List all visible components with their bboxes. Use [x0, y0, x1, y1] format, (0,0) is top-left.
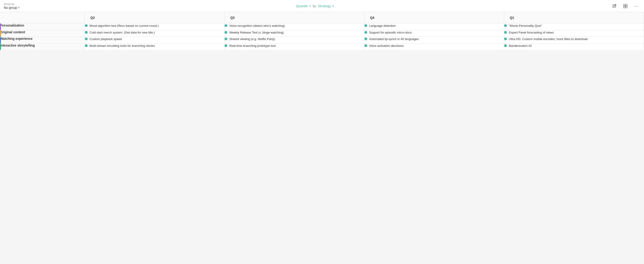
dot-icon: [85, 31, 88, 34]
cell-interactive-storytelling-Q3: Real-time branching prototype tool: [224, 43, 364, 50]
cell-original-content-Q2: Cold-start merch system. (Get data for n…: [85, 30, 224, 37]
cell-original-content-Q1: Expert Panel forecasting of views: [504, 30, 644, 37]
group-by-section: Group by No group ▾: [4, 2, 20, 9]
dot-icon: [364, 31, 367, 34]
item-entry: Language detection: [364, 23, 504, 28]
item-entry: Support for episodic micro-docs: [364, 30, 504, 35]
strategy-selector[interactable]: Strategy ▾: [318, 4, 334, 8]
grid-view-icon[interactable]: [622, 2, 629, 10]
row-header-original-content: Original content: [0, 30, 85, 37]
item-entry: Mood algorithm test (Recs based on curre…: [85, 23, 224, 28]
svg-rect-0: [612, 5, 616, 5]
item-entry: Automated lip-synch in 40 languages: [364, 37, 504, 41]
item-entry: "Movie Personality Quiz": [504, 23, 644, 28]
by-text: by: [313, 4, 316, 8]
table-row: Watching experience Custom playback spee…: [0, 37, 644, 43]
row-label-interactive-storytelling: Interactive storytelling: [0, 43, 35, 47]
roadmap-table: Q2 Q3 Q4 Q1 Personalization Mood algorit…: [0, 12, 644, 50]
item-text: Multi-stream encoding tools for branchin…: [90, 43, 155, 48]
cell-personalization-Q2: Mood algorithm test (Recs based on curre…: [85, 23, 224, 30]
table-row: Interactive storytelling Multi-stream en…: [0, 43, 644, 50]
item-entry: Ultra HD, Custom mobile encodes; more ti…: [504, 37, 644, 41]
toolbar: Group by No group ▾ Quarter ▾ by Strateg…: [0, 0, 644, 12]
dot-icon: [364, 37, 367, 40]
grid-container: Q2 Q3 Q4 Q1 Personalization Mood algorit…: [0, 12, 644, 50]
cell-personalization-Q1: "Movie Personality Quiz": [504, 23, 644, 30]
item-text: Expert Panel forecasting of views: [509, 30, 554, 35]
row-header-personalization: Personalization: [0, 23, 85, 30]
dot-icon: [504, 31, 507, 34]
dot-icon: [224, 31, 227, 34]
dot-icon: [85, 37, 88, 40]
dot-icon: [85, 44, 88, 47]
header-q1: Q1: [504, 12, 644, 23]
table-row: Original content Cold-start merch system…: [0, 30, 644, 37]
accent-bar-original-content: [0, 30, 1, 37]
item-entry: Expert Panel forecasting of views: [504, 30, 644, 35]
item-entry: Weekly Release Test (v. binge-watching): [224, 30, 364, 35]
svg-rect-6: [624, 6, 625, 8]
item-text: Voice activation decisions: [369, 43, 404, 48]
item-entry: Voice recognition (detect who's watching…: [224, 23, 364, 28]
dot-icon: [364, 44, 367, 47]
toolbar-center: Quarter ▾ by Strategy ▾: [22, 4, 608, 8]
chevron-down-icon: ▾: [18, 6, 20, 9]
cell-watching-experience-Q4: Automated lip-synch in 40 languages: [364, 37, 504, 43]
group-by-value: No group: [4, 6, 17, 9]
row-label-watching-experience: Watching experience: [0, 37, 33, 40]
item-entry: Voice activation decisions: [364, 43, 504, 48]
svg-rect-5: [626, 4, 627, 6]
dot-icon: [504, 37, 507, 40]
strategy-chevron-icon: ▾: [332, 4, 334, 8]
cell-personalization-Q4: Language detection: [364, 23, 504, 30]
accent-bar-personalization: [0, 23, 1, 30]
dot-icon: [224, 37, 227, 40]
row-label-personalization: Personalization: [0, 23, 24, 27]
item-text: Language detection: [369, 23, 396, 28]
svg-rect-2: [612, 7, 616, 7]
cell-interactive-storytelling-Q4: Voice activation decisions: [364, 43, 504, 50]
item-text: Voice recognition (detect who's watching…: [229, 23, 285, 28]
svg-rect-1: [612, 6, 616, 6]
item-text: Custom playback speed: [90, 37, 122, 41]
cell-interactive-storytelling-Q1: Bandersnatch #2: [504, 43, 644, 50]
item-text: Support for episodic micro-docs: [369, 30, 412, 35]
header-q2: Q2: [85, 12, 224, 23]
cell-watching-experience-Q2: Custom playback speed: [85, 37, 224, 43]
cell-original-content-Q3: Weekly Release Test (v. binge-watching): [224, 30, 364, 37]
quarter-chevron-icon: ▾: [310, 4, 311, 8]
dot-icon: [85, 24, 88, 27]
dot-icon: [504, 44, 507, 47]
cell-watching-experience-Q1: Ultra HD, Custom mobile encodes; more ti…: [504, 37, 644, 43]
cell-watching-experience-Q3: Shared viewing (e.g. Netflix Party): [224, 37, 364, 43]
svg-rect-4: [624, 4, 625, 6]
toolbar-right: ···: [610, 2, 640, 10]
quarter-selector[interactable]: Quarter ▾: [296, 4, 311, 8]
cell-original-content-Q4: Support for episodic micro-docs: [364, 30, 504, 37]
accent-bar-watching-experience: [0, 37, 1, 43]
row-header-watching-experience: Watching experience: [0, 37, 85, 43]
accent-bar-interactive-storytelling: [0, 43, 1, 50]
list-view-icon[interactable]: [610, 2, 618, 10]
item-text: Real-time branching prototype tool: [229, 43, 276, 48]
item-text: Mood algorithm test (Recs based on curre…: [90, 23, 159, 28]
item-text: Weekly Release Test (v. binge-watching): [229, 30, 284, 35]
item-text: Shared viewing (e.g. Netflix Party): [229, 37, 275, 41]
item-text: Automated lip-synch in 40 languages: [369, 37, 419, 41]
group-by-label: Group by: [4, 2, 20, 5]
table-row: Personalization Mood algorithm test (Rec…: [0, 23, 644, 30]
dot-icon: [364, 24, 367, 27]
item-entry: Multi-stream encoding tools for branchin…: [85, 43, 224, 48]
item-text: Bandersnatch #2: [509, 43, 532, 48]
strategy-label: Strategy: [318, 4, 331, 8]
item-text: "Movie Personality Quiz": [509, 23, 542, 28]
row-header-interactive-storytelling: Interactive storytelling: [0, 43, 85, 50]
dot-icon: [224, 44, 227, 47]
header-row-label: [0, 12, 85, 23]
more-options-icon[interactable]: ···: [633, 2, 640, 10]
header-q4: Q4: [364, 12, 504, 23]
row-label-original-content: Original content: [0, 30, 25, 34]
item-text: Cold-start merch system. (Get data for n…: [90, 30, 155, 35]
group-by-selector[interactable]: No group ▾: [4, 6, 20, 9]
quarter-label: Quarter: [296, 4, 308, 8]
